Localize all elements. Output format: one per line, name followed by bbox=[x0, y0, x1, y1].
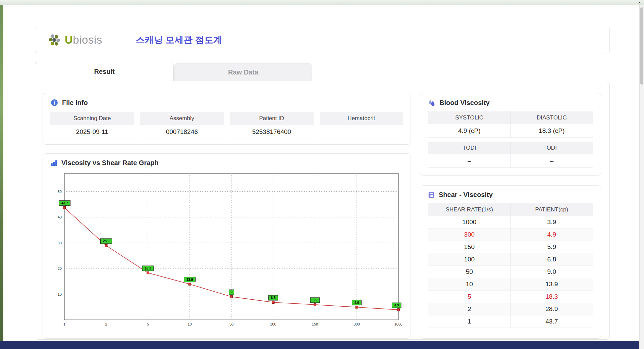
odi-value: – bbox=[511, 154, 593, 168]
svg-text:150: 150 bbox=[312, 322, 318, 326]
shear-table-header: SHEAR RATE(1/s) PATIENT(cp) bbox=[428, 203, 593, 216]
logo-text-u: U bbox=[65, 34, 73, 46]
patient-viscosity-value: 43.7 bbox=[511, 315, 593, 328]
table-row: 100 6.8 bbox=[428, 253, 593, 266]
window-scrollbar[interactable] bbox=[639, 5, 644, 349]
patient-viscosity-value: 5.9 bbox=[511, 241, 593, 253]
table-row: 1 43.7 bbox=[428, 315, 593, 328]
field-label: Hematocrit bbox=[320, 112, 404, 125]
svg-text:1000: 1000 bbox=[394, 322, 402, 326]
svg-text:5: 5 bbox=[147, 322, 149, 326]
field-scanning-date: Scanning Date 2025-09-11 bbox=[50, 112, 134, 139]
field-value: 000718246 bbox=[140, 125, 224, 139]
shear-rate-value: 2 bbox=[428, 303, 511, 315]
table-row: 150 5.9 bbox=[428, 241, 593, 253]
file-info-header: File Info bbox=[43, 93, 411, 110]
svg-text:18.3: 18.3 bbox=[145, 266, 151, 270]
patient-viscosity-value: 6.8 bbox=[511, 253, 593, 265]
bv-col-diastolic: DIASTOLIC bbox=[511, 111, 593, 124]
bv-col-odi: ODI bbox=[511, 142, 593, 154]
svg-text:1: 1 bbox=[63, 322, 65, 326]
shear-table-body: 1000 3.9 300 4.9 150 5.9 100 bbox=[428, 216, 593, 328]
svg-text:6.8: 6.8 bbox=[271, 296, 276, 300]
bv-header-row: TODI ODI bbox=[428, 142, 593, 154]
field-label: Assembly bbox=[140, 112, 224, 125]
svg-text:13.9: 13.9 bbox=[186, 278, 193, 282]
table-row: 50 9.0 bbox=[428, 266, 593, 278]
blood-viscosity-card: Blood Viscosity SYSTOLIC DIASTOLIC 4.9 (… bbox=[420, 93, 601, 176]
taskbar[interactable] bbox=[0, 341, 639, 349]
svg-text:43.7: 43.7 bbox=[61, 201, 68, 205]
patient-viscosity-value: 28.9 bbox=[511, 303, 593, 315]
shear-rate-value: 50 bbox=[428, 266, 511, 278]
patient-viscosity-value: 3.9 bbox=[511, 216, 593, 228]
file-info-card: File Info Scanning Date 2025-09-11 Assem… bbox=[43, 93, 411, 145]
scrollbar-thumb[interactable] bbox=[640, 7, 643, 85]
result-panel: File Info Scanning Date 2025-09-11 Assem… bbox=[35, 81, 610, 340]
info-icon bbox=[50, 99, 58, 107]
shear-rate-value: 1000 bbox=[428, 216, 511, 228]
bv-value-row: 4.9 (cP) 18.3 (cP) bbox=[428, 124, 593, 138]
col-patient: PATIENT(cp) bbox=[511, 203, 593, 216]
desktop-background-sliver bbox=[0, 5, 3, 341]
field-value: 2025-09-11 bbox=[50, 125, 134, 139]
shear-viscosity-header: Shear - Viscosity bbox=[420, 186, 601, 202]
tab-raw-data[interactable]: Raw Data bbox=[174, 63, 312, 81]
patient-viscosity-value: 4.9 bbox=[511, 229, 593, 241]
bv-col-todi: TODI bbox=[428, 142, 511, 154]
viscosity-graph-card: Viscosity vs Shear Rate Graph 1020304050… bbox=[43, 153, 411, 339]
logo-wordmark: Ubiosis bbox=[65, 34, 102, 46]
shear-rate-value: 10 bbox=[428, 278, 511, 290]
blood-drops-icon bbox=[428, 99, 436, 107]
tab-raw-data-label: Raw Data bbox=[228, 68, 258, 76]
file-info-fields: Scanning Date 2025-09-11 Assembly 000718… bbox=[43, 110, 411, 139]
window-titlebar: × bbox=[0, 0, 644, 5]
table-row: 300 4.9 bbox=[428, 229, 593, 241]
table-row: 1000 3.9 bbox=[428, 216, 593, 229]
table-row: 5 18.3 bbox=[428, 291, 593, 303]
desktop: × Ubiosis 스캐닝 모세관 점도계 Result bbox=[0, 0, 644, 349]
tab-result[interactable]: Result bbox=[35, 62, 174, 81]
field-label: Scanning Date bbox=[50, 112, 134, 125]
svg-text:3.9: 3.9 bbox=[394, 303, 399, 307]
svg-text:30: 30 bbox=[58, 241, 62, 245]
app-header: Ubiosis 스캐닝 모세관 점도계 bbox=[35, 27, 610, 53]
svg-text:28.9: 28.9 bbox=[103, 239, 110, 243]
logo-text-rest: biosis bbox=[73, 34, 102, 46]
bv-spacer bbox=[428, 138, 593, 142]
graph-header: Viscosity vs Shear Rate Graph bbox=[43, 154, 411, 170]
bv-header-row: SYSTOLIC DIASTOLIC bbox=[428, 111, 593, 124]
grape-cluster-icon bbox=[48, 33, 62, 47]
blood-viscosity-header: Blood Viscosity bbox=[420, 93, 601, 110]
ubiosis-logo: Ubiosis bbox=[48, 33, 102, 47]
shear-rate-value: 100 bbox=[428, 253, 511, 265]
bar-chart-icon bbox=[50, 159, 58, 167]
patient-viscosity-value: 18.3 bbox=[511, 291, 593, 303]
blood-viscosity-table: SYSTOLIC DIASTOLIC 4.9 (cP) 18.3 (cP) TO… bbox=[428, 111, 593, 168]
field-patient-id: Patient ID 52538176400 bbox=[230, 112, 314, 139]
svg-text:10: 10 bbox=[187, 322, 192, 326]
tab-result-label: Result bbox=[94, 68, 114, 76]
field-value bbox=[320, 125, 404, 139]
systolic-value: 4.9 (cP) bbox=[428, 124, 511, 138]
field-value: 52538176400 bbox=[230, 125, 314, 139]
chart-area: 10203040501251050100150300100043.728.918… bbox=[43, 170, 411, 334]
todi-value: – bbox=[428, 154, 511, 168]
shear-viscosity-card: Shear - Viscosity SHEAR RATE(1/s) PATIEN… bbox=[420, 185, 601, 339]
app-title: 스캐닝 모세관 점도계 bbox=[136, 34, 222, 46]
diastolic-value: 18.3 (cP) bbox=[511, 124, 593, 138]
svg-text:2: 2 bbox=[105, 322, 107, 326]
app-window: Ubiosis 스캐닝 모세관 점도계 Result Raw Data File… bbox=[3, 5, 639, 341]
patient-viscosity-value: 9.0 bbox=[511, 266, 593, 278]
table-row: 2 28.9 bbox=[428, 303, 593, 315]
shear-rate-value: 1 bbox=[428, 315, 511, 328]
field-assembly: Assembly 000718246 bbox=[140, 112, 224, 139]
col-shear-rate: SHEAR RATE(1/s) bbox=[428, 203, 511, 216]
calculator-icon bbox=[428, 191, 435, 199]
patient-viscosity-value: 13.9 bbox=[511, 278, 593, 290]
svg-text:5.9: 5.9 bbox=[313, 298, 317, 302]
svg-text:50: 50 bbox=[58, 190, 62, 194]
viscosity-chart: 10203040501251050100150300100043.728.918… bbox=[50, 171, 402, 333]
window-close-button[interactable]: × bbox=[638, 0, 641, 5]
svg-text:9: 9 bbox=[230, 290, 232, 294]
